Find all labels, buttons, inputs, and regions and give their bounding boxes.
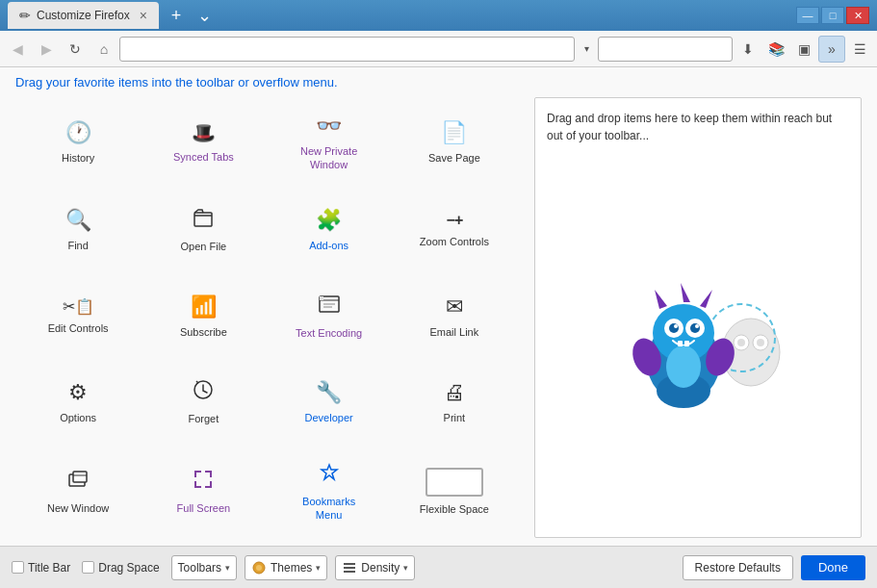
grid-item-open-file[interactable]: Open File — [141, 188, 266, 273]
grid-item-find[interactable]: 🔍 Find — [15, 188, 141, 273]
grid-item-flexible-space[interactable]: Flexible Space — [392, 446, 517, 538]
grid-item-text-encoding[interactable]: Text Encoding — [267, 273, 392, 359]
email-link-icon: ✉ — [446, 294, 463, 320]
synced-tabs-label: Synced Tabs — [173, 150, 234, 164]
zoom-controls-icon: −+ — [447, 212, 463, 229]
minimize-button[interactable]: — — [796, 7, 819, 24]
title-bar-checkbox-group: Title Bar — [12, 561, 70, 575]
nav-bar: ◀ ▶ ↻ ⌂ ▾ 🔍 ⬇ 📚 ▣ » ☰ — [0, 31, 877, 67]
print-label: Print — [444, 411, 466, 424]
main-content: Drag your favorite items into the toolba… — [0, 67, 877, 546]
developer-label: Developer — [305, 411, 353, 424]
title-bar-checkbox[interactable] — [12, 561, 24, 574]
maximize-button[interactable]: □ — [821, 7, 844, 24]
reader-view-button[interactable]: ▣ — [790, 36, 817, 63]
overflow-button[interactable]: » — [818, 36, 845, 63]
browser-tab[interactable]: ✏ Customize Firefox × — [8, 2, 159, 29]
mascot-image — [602, 266, 794, 420]
grid-item-options[interactable]: ⚙ Options — [15, 360, 141, 446]
save-page-icon: 📄 — [441, 120, 467, 145]
grid-item-developer[interactable]: 🔧 Developer — [267, 360, 392, 446]
grid-item-forget[interactable]: Forget — [141, 360, 266, 446]
history-label: History — [62, 151, 94, 165]
bottom-bar: Title Bar Drag Space Toolbars ▾ Themes ▾… — [0, 546, 877, 588]
drag-space-checkbox-group: Drag Space — [82, 561, 159, 575]
svg-point-15 — [757, 339, 764, 346]
synced-tabs-icon: 🎩 — [192, 121, 216, 144]
toolbar-icons: ⬇ 📚 ▣ » ☰ — [735, 36, 873, 63]
svg-point-31 — [666, 345, 701, 388]
grid-item-new-private-window[interactable]: 👓 New PrivateWindow — [267, 97, 392, 188]
email-link-label: Email Link — [430, 325, 479, 339]
find-icon: 🔍 — [65, 208, 91, 233]
svg-rect-3 — [320, 296, 323, 300]
svg-rect-8 — [73, 472, 87, 482]
drag-space-checkbox[interactable] — [82, 561, 94, 574]
grid-item-email-link[interactable]: ✉ Email Link — [392, 273, 517, 359]
save-page-label: Save Page — [428, 151, 480, 165]
grid-item-add-ons[interactable]: 🧩 Add-ons — [267, 188, 392, 273]
full-screen-icon — [193, 469, 214, 496]
svg-point-35 — [256, 565, 262, 571]
drag-space-label: Drag Space — [98, 561, 159, 575]
grid-item-zoom-controls[interactable]: −+ Zoom Controls — [392, 188, 517, 273]
search-input[interactable] — [598, 37, 733, 62]
grid-item-edit-controls[interactable]: ✂📋 Edit Controls — [15, 273, 141, 359]
add-ons-icon: 🧩 — [316, 208, 342, 233]
home-button[interactable]: ⌂ — [90, 36, 117, 63]
menu-button[interactable]: ☰ — [846, 36, 873, 63]
close-button[interactable]: ✕ — [846, 7, 869, 24]
url-dropdown-button[interactable]: ▾ — [577, 37, 596, 62]
add-ons-label: Add-ons — [309, 239, 348, 252]
back-button[interactable]: ◀ — [4, 36, 31, 63]
title-bar-label: Title Bar — [28, 561, 70, 575]
grid-item-save-page[interactable]: 📄 Save Page — [392, 97, 517, 188]
history-icon: 🕐 — [65, 120, 91, 145]
bookmarks-menu-icon — [319, 462, 340, 489]
bookmarks-button[interactable]: 📚 — [762, 36, 789, 63]
density-dropdown-arrow: ▾ — [403, 563, 408, 573]
svg-rect-0 — [194, 213, 212, 226]
developer-icon: 🔧 — [316, 380, 342, 405]
edit-controls-icon: ✂📋 — [63, 297, 94, 316]
grid-item-synced-tabs[interactable]: 🎩 Synced Tabs — [141, 97, 266, 188]
title-bar: ✏ Customize Firefox × + ⌄ — □ ✕ — [0, 0, 877, 31]
full-screen-label: Full Screen — [177, 501, 231, 515]
edit-controls-label: Edit Controls — [48, 321, 109, 335]
url-bar[interactable] — [119, 37, 575, 62]
svg-point-24 — [695, 324, 699, 328]
items-panel: 🕐 History 🎩 Synced Tabs 👓 New PrivateWin… — [15, 97, 519, 538]
zoom-controls-label: Zoom Controls — [420, 235, 489, 248]
themes-icon — [251, 560, 267, 575]
subscribe-icon: 📶 — [191, 294, 217, 320]
grid-item-new-window[interactable]: New Window — [15, 446, 141, 538]
toolbars-dropdown[interactable]: Toolbars ▾ — [171, 555, 237, 580]
new-private-window-label: New PrivateWindow — [300, 144, 357, 172]
themes-dropdown-arrow: ▾ — [316, 563, 321, 573]
svg-rect-37 — [344, 567, 355, 569]
print-icon: 🖨 — [444, 380, 465, 405]
grid-item-history[interactable]: 🕐 History — [15, 97, 141, 188]
subscribe-label: Subscribe — [180, 325, 227, 339]
density-icon — [342, 560, 357, 575]
drop-panel: Drag and drop items here to keep them wi… — [534, 97, 862, 538]
forward-button[interactable]: ▶ — [33, 36, 60, 63]
downloads-button[interactable]: ⬇ — [735, 36, 761, 63]
new-tab-button[interactable]: + — [165, 4, 188, 27]
density-dropdown[interactable]: Density ▾ — [335, 555, 415, 580]
themes-label: Themes — [271, 561, 312, 575]
grid-item-full-screen[interactable]: Full Screen — [141, 446, 266, 538]
themes-dropdown[interactable]: Themes ▾ — [245, 555, 327, 580]
done-button[interactable]: Done — [801, 555, 865, 580]
tab-dropdown-button[interactable]: ⌄ — [197, 5, 212, 26]
restore-defaults-button[interactable]: Restore Defaults — [683, 555, 793, 580]
grid-item-subscribe[interactable]: 📶 Subscribe — [141, 273, 266, 359]
refresh-button[interactable]: ↻ — [62, 36, 89, 63]
bookmarks-menu-label: BookmarksMenu — [302, 495, 355, 523]
tab-close-button[interactable]: × — [140, 8, 147, 23]
grid-item-print[interactable]: 🖨 Print — [392, 360, 517, 446]
text-encoding-icon — [319, 294, 340, 320]
grid-item-bookmarks-menu[interactable]: BookmarksMenu — [267, 446, 392, 538]
customize-header: Drag your favorite items into the toolba… — [0, 67, 877, 97]
new-private-window-icon: 👓 — [316, 114, 342, 139]
